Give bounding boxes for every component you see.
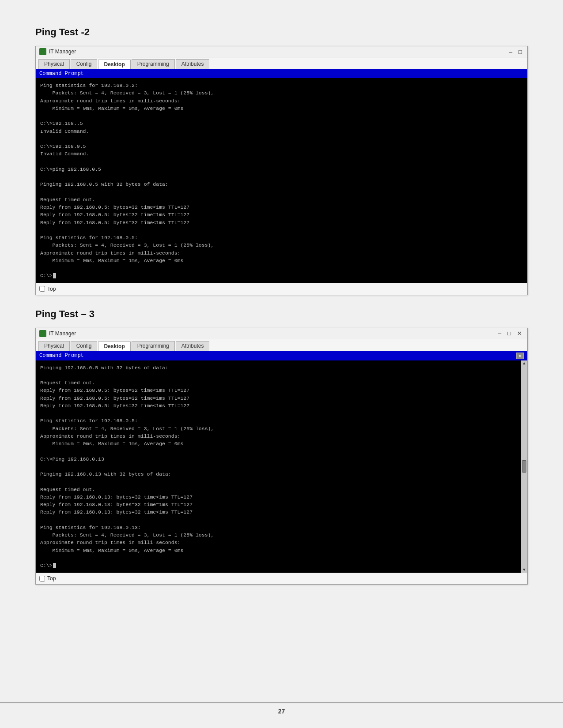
scrollbar-thumb-2[interactable] [522,460,526,473]
section-ping-test-2: Ping Test -2 IT Manager – □ Physical Con… [35,26,528,295]
window-2: IT Manager – □ ✕ Physical Config Desktop… [35,328,528,585]
maximize-button-1[interactable]: □ [517,49,524,55]
terminal-title-2: Command Prompt [39,353,84,359]
tab-programming-2[interactable]: Programming [132,341,175,351]
close-button-2[interactable]: ✕ [515,330,524,336]
window-1: IT Manager – □ Physical Config Desktop P… [35,46,528,295]
page-footer: 27 [0,702,563,715]
top-checkbox-row-1: Top [36,283,527,295]
tab-bar-1: Physical Config Desktop Programming Attr… [36,57,527,69]
terminal-header-1: Command Prompt [36,69,527,78]
cursor-2 [53,563,56,568]
tab-physical-1[interactable]: Physical [38,59,70,69]
top-checkbox-1[interactable] [39,286,45,292]
cursor-1 [53,273,56,278]
tab-attributes-1[interactable]: Attributes [176,59,210,69]
top-checkbox-2[interactable] [39,576,45,582]
terminal-with-scroll: Pinging 192.168.0.5 with 32 bytes of dat… [36,360,527,573]
tab-bar-2: Physical Config Desktop Programming Attr… [36,339,527,351]
scrollbar-track-2[interactable]: ▲ ▼ [521,360,527,573]
section-title-2: Ping Test – 3 [35,308,528,320]
top-label-2: Top [47,575,56,582]
maximize-button-2[interactable]: □ [506,330,513,336]
tab-physical-2[interactable]: Physical [38,341,70,351]
top-label-1: Top [47,286,56,292]
tab-desktop-1[interactable]: Desktop [98,60,130,69]
tab-config-1[interactable]: Config [71,59,98,69]
terminal-body-1[interactable]: Ping statistics for 192.168.0.2: Packets… [36,78,527,283]
titlebar-1: IT Manager – □ [36,46,527,57]
window-controls-2: – □ ✕ [496,330,524,336]
titlebar-2: IT Manager – □ ✕ [36,328,527,339]
tab-config-2[interactable]: Config [71,341,98,351]
minimize-button-2[interactable]: – [496,330,503,336]
section-title-1: Ping Test -2 [35,26,528,38]
top-checkbox-row-2: Top [36,573,527,584]
terminal-header-2: Command Prompt ✕ [36,351,527,360]
app-icon-1 [39,48,46,55]
tab-desktop-2[interactable]: Desktop [98,341,130,351]
terminal-container-2: Command Prompt ✕ Pinging 192.168.0.5 wit… [36,351,527,573]
app-icon-2 [39,330,46,337]
terminal-close-2[interactable]: ✕ [516,353,524,359]
terminal-title-1: Command Prompt [39,71,84,77]
terminal-container-1: Command Prompt Ping statistics for 192.1… [36,69,527,283]
minimize-button-1[interactable]: – [507,49,514,55]
window-title-1: IT Manager [49,49,76,55]
section-ping-test-3: Ping Test – 3 IT Manager – □ ✕ Physical … [35,308,528,585]
page-number: 27 [278,708,285,715]
scrollbar-up-arrow[interactable]: ▲ [521,360,527,366]
tab-attributes-2[interactable]: Attributes [176,341,210,351]
scrollbar-down-arrow[interactable]: ▼ [521,567,527,573]
tab-programming-1[interactable]: Programming [132,59,175,69]
window-title-2: IT Manager [49,330,76,337]
window-controls-1: – □ [507,49,524,55]
terminal-body-2[interactable]: Pinging 192.168.0.5 with 32 bytes of dat… [36,360,521,573]
